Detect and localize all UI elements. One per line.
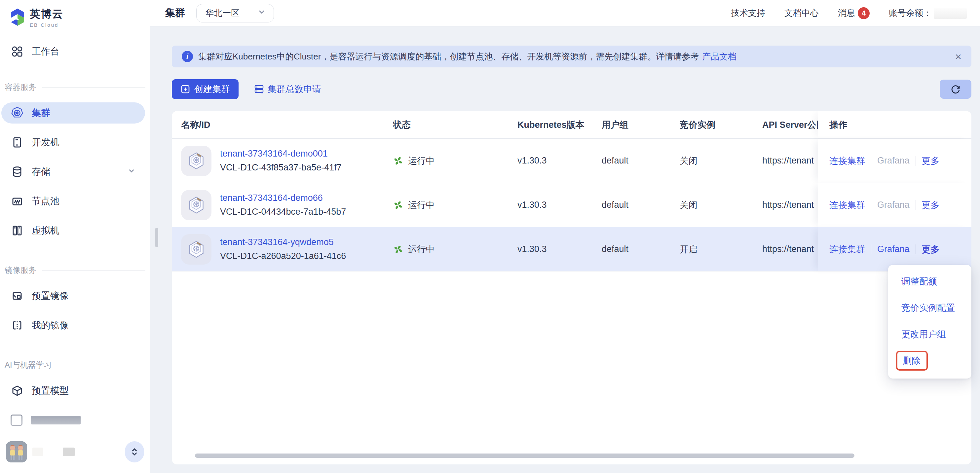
sidebar-item-label: 我的镜像	[32, 319, 69, 332]
cluster-icon	[181, 146, 212, 176]
more-link-open[interactable]: 更多	[922, 243, 940, 256]
messages-link[interactable]: 消息 4	[838, 7, 870, 19]
sidebar-item-preset-images[interactable]: 预置镜像	[1, 286, 145, 306]
sidebar-item-cluster[interactable]: 集群	[1, 102, 145, 124]
sidebar-collapse-button[interactable]	[125, 441, 144, 462]
cluster-id: VCL-D1C-a260a520-1a61-41c6	[220, 249, 346, 263]
running-status-icon	[393, 244, 403, 255]
spot-instance: 开启	[680, 243, 762, 256]
toolbar: 创建集群 集群总数申请	[172, 79, 971, 99]
cluster-table: 名称/ID 状态 Kubernetes版本 用户组 竞价实例 API Serve…	[172, 111, 971, 464]
sidebar-item-nodepool[interactable]: 节点池	[1, 190, 145, 212]
grafana-link[interactable]: Grafana	[877, 244, 910, 254]
info-icon: i	[182, 51, 193, 62]
menu-item-adjust-quota[interactable]: 调整配额	[888, 268, 971, 295]
banner-doc-link[interactable]: 产品文档	[702, 51, 737, 62]
grafana-link-disabled: Grafana	[877, 200, 910, 210]
section-container-services: 容器服务	[5, 82, 145, 92]
app-root: 英博云 EB Cloud 工作台 容器服务	[0, 0, 980, 473]
brand-logo-icon	[10, 8, 25, 26]
redacted-text	[63, 448, 75, 456]
sidebar-item-label: 集群	[32, 107, 50, 119]
connect-cluster-link[interactable]: 连接集群	[829, 155, 865, 167]
node-pool-icon	[11, 195, 24, 208]
create-cluster-button[interactable]: 创建集群	[172, 79, 239, 99]
connect-cluster-link[interactable]: 连接集群	[829, 243, 865, 256]
quota-request-label: 集群总数申请	[267, 83, 321, 95]
sidebar-item-my-images[interactable]: 我的镜像	[1, 315, 145, 336]
sidebar-item-storage[interactable]: 存储	[1, 161, 145, 183]
dev-machine-icon	[11, 136, 24, 149]
menu-item-spot-config[interactable]: 竞价实例配置	[888, 295, 971, 321]
topbar-right: 技术支持 文档中心 消息 4 账号余额：	[731, 7, 967, 19]
section-label: 容器服务	[5, 82, 37, 92]
sidebar-item-devmachine[interactable]: 开发机	[1, 132, 145, 153]
create-cluster-label: 创建集群	[194, 83, 230, 95]
cluster-id: VCL-D1C-43f85a37-ba5e-41f7	[220, 161, 342, 175]
table-row-highlighted: tenant-37343164-yqwdemo5 VCL-D1C-a260a52…	[172, 227, 971, 271]
sidebar-item-label: 工作台	[32, 45, 59, 58]
status-text: 运行中	[408, 199, 435, 211]
region-selector[interactable]: 华北一区	[196, 4, 274, 22]
sidebar-item-preset-models[interactable]: 预置模型	[1, 380, 145, 401]
message-count-badge: 4	[858, 7, 870, 19]
banner-text: 集群对应Kubernetes中的Cluster，是容器运行与资源调度的基础，创建…	[198, 51, 699, 62]
table-row: tenant-37343164-demo66 VCL-D1C-04434bce-…	[172, 183, 971, 227]
sidebar: 英博云 EB Cloud 工作台 容器服务	[0, 0, 150, 473]
cluster-name-link[interactable]: tenant-37343164-yqwdemo5	[220, 235, 346, 249]
sidebar-item-label: 虚拟机	[32, 224, 59, 237]
user-group: default	[602, 156, 680, 166]
row-actions: 连接集群 Grafana 更多	[818, 139, 971, 183]
row-actions: 连接集群 Grafana 更多	[818, 183, 971, 227]
split-book-icon	[11, 319, 24, 332]
brand-logo[interactable]: 英博云 EB Cloud	[0, 0, 150, 29]
image-icon	[11, 289, 24, 303]
sidebar-nav: 工作台 容器服务 集群	[0, 29, 150, 431]
cluster-quota-request-link[interactable]: 集群总数申请	[254, 83, 321, 95]
close-icon[interactable]: ×	[955, 51, 961, 62]
topbar: 集群 华北一区 技术支持 文档中心 消息 4 账号余额：	[150, 0, 980, 26]
sidebar-item-workbench[interactable]: 工作台	[1, 41, 145, 62]
sidebar-item-label: 节点池	[32, 195, 59, 208]
brand-name: 英博云	[30, 7, 64, 21]
virtual-machine-icon	[11, 224, 24, 237]
menu-item-change-user-group[interactable]: 更改用户组	[888, 321, 971, 348]
cluster-name-link[interactable]: tenant-37343164-demo66	[220, 191, 346, 205]
menu-item-delete[interactable]: 删除	[888, 348, 971, 374]
header-k8s-version: Kubernetes版本	[517, 119, 602, 131]
main-area: 集群 华北一区 技术支持 文档中心 消息 4 账号余额：	[150, 0, 980, 473]
sidebar-item-vm[interactable]: 虚拟机	[1, 220, 145, 241]
sidebar-item-label: 预置镜像	[32, 290, 69, 302]
header-actions: 操作	[818, 111, 971, 138]
cluster-icon	[181, 234, 212, 265]
divider	[916, 200, 916, 210]
refresh-button[interactable]	[940, 79, 971, 99]
connect-cluster-link[interactable]: 连接集群	[829, 199, 865, 211]
status-text: 运行中	[408, 243, 435, 256]
horizontal-scrollbar-thumb[interactable]	[195, 454, 854, 458]
table-row: tenant-37343164-demo001 VCL-D1C-43f85a37…	[172, 139, 971, 183]
more-link[interactable]: 更多	[922, 155, 940, 167]
info-banner: i 集群对应Kubernetes中的Cluster，是容器运行与资源调度的基础，…	[172, 46, 971, 67]
sidebar-scrollbar-thumb[interactable]	[155, 228, 158, 247]
server-plus-icon	[254, 84, 264, 94]
more-actions-menu: 调整配额 竞价实例配置 更改用户组 删除	[888, 265, 971, 379]
sidebar-item-clipped	[1, 410, 145, 431]
spot-instance: 关闭	[680, 155, 762, 167]
avatar[interactable]	[6, 441, 27, 462]
user-group: default	[602, 200, 680, 210]
divider	[871, 200, 871, 210]
cube-icon	[11, 384, 24, 397]
support-link[interactable]: 技术支持	[731, 7, 765, 19]
chevron-down-icon	[127, 167, 136, 178]
balance-label: 账号余额：	[889, 7, 932, 19]
sidebar-item-label: 存储	[32, 165, 50, 178]
delete-label: 删除	[903, 355, 921, 367]
k8s-version: v1.30.3	[517, 200, 602, 210]
user-group: default	[602, 244, 680, 254]
page-title: 集群	[165, 6, 185, 20]
section-image-services: 镜像服务	[5, 265, 145, 276]
more-link[interactable]: 更多	[922, 199, 940, 211]
docs-link[interactable]: 文档中心	[784, 7, 819, 19]
cluster-name-link[interactable]: tenant-37343164-demo001	[220, 147, 342, 161]
